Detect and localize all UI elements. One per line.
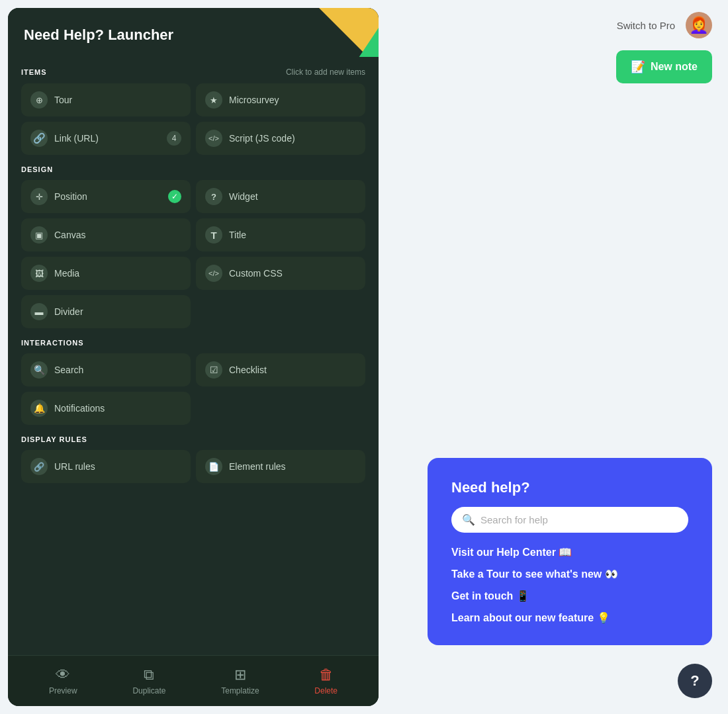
item-checklist[interactable]: ☑ Checklist xyxy=(196,353,365,386)
item-position[interactable]: ✛ Position ✓ xyxy=(21,180,191,213)
checklist-icon: ☑ xyxy=(205,361,222,379)
help-widget: Need help? 🔍 Search for help Visit our H… xyxy=(428,458,712,645)
design-section-title: DESIGN xyxy=(21,165,53,173)
link-badge: 4 xyxy=(167,131,181,146)
items-section-title: ITEMS xyxy=(21,68,47,76)
duplicate-label: Duplicate xyxy=(132,686,165,695)
delete-button[interactable]: 🗑 Delete xyxy=(314,666,338,695)
faq-icon: ? xyxy=(690,672,699,690)
items-grid: ⊕ Tour ★ Microsurvey 🔗 Link (URL) 4 </> … xyxy=(21,83,365,155)
item-widget[interactable]: ? Widget xyxy=(196,180,365,213)
preview-label: Preview xyxy=(49,686,77,695)
element-rules-icon: 📄 xyxy=(205,458,222,475)
css-label: Custom CSS xyxy=(229,268,283,279)
header-decoration xyxy=(319,8,379,57)
title-icon: T xyxy=(205,226,222,244)
panel-title: Need Help? Launcher xyxy=(24,26,173,43)
item-element-rules[interactable]: 📄 Element rules xyxy=(196,450,365,483)
url-rules-label: URL rules xyxy=(54,461,95,472)
element-rules-label: Element rules xyxy=(229,461,286,472)
panel-footer: 👁 Preview ⧉ Duplicate ⊞ Templatize 🗑 Del… xyxy=(8,655,379,706)
item-custom-css[interactable]: </> Custom CSS xyxy=(196,257,365,290)
main-content: 📝 New note Need help? 🔍 Search for help … xyxy=(387,50,728,714)
panel-body: ITEMS Click to add new items ⊕ Tour ★ Mi… xyxy=(8,57,379,655)
top-bar: Switch to Pro 👩‍🦰 xyxy=(387,0,728,50)
script-label: Script (JS code) xyxy=(229,133,295,144)
display-rules-header: DISPLAY RULES xyxy=(21,435,365,443)
search-icon: 🔍 xyxy=(30,361,48,379)
tour-label: Tour xyxy=(54,95,72,105)
item-url-rules[interactable]: 🔗 URL rules xyxy=(21,450,191,483)
canvas-label: Canvas xyxy=(54,230,85,240)
item-canvas[interactable]: ▣ Canvas xyxy=(21,218,191,251)
display-rules-grid: 🔗 URL rules 📄 Element rules xyxy=(21,450,365,483)
notifications-label: Notifications xyxy=(54,403,105,414)
items-section-hint: Click to add new items xyxy=(286,67,365,77)
position-icon: ✛ xyxy=(30,188,48,205)
faq-button[interactable]: ? xyxy=(678,664,712,698)
interactions-grid: 🔍 Search ☑ Checklist 🔔 Notifications xyxy=(21,353,365,425)
help-links: Visit our Help Center 📖 Take a Tour to s… xyxy=(451,546,688,624)
microsurvey-icon: ★ xyxy=(205,91,222,109)
templatize-label: Templatize xyxy=(221,686,259,695)
item-title[interactable]: T Title xyxy=(196,218,365,251)
link-label: Link (URL) xyxy=(54,133,99,144)
help-link-1[interactable]: Visit our Help Center 📖 xyxy=(451,546,688,558)
media-label: Media xyxy=(54,268,79,279)
design-section-header: DESIGN xyxy=(21,165,365,173)
divider-icon: ▬ xyxy=(30,303,48,320)
item-tour[interactable]: ⊕ Tour xyxy=(21,83,191,116)
item-notifications[interactable]: 🔔 Notifications xyxy=(21,392,191,425)
position-label: Position xyxy=(54,191,87,202)
right-panel: Switch to Pro 👩‍🦰 📝 New note Need help? … xyxy=(387,0,728,714)
css-icon: </> xyxy=(205,265,222,282)
avatar[interactable]: 👩‍🦰 xyxy=(686,12,712,38)
item-script-js[interactable]: </> Script (JS code) xyxy=(196,122,365,155)
help-widget-title: Need help? xyxy=(451,479,688,496)
switch-to-pro-button[interactable]: Switch to Pro xyxy=(617,20,675,31)
duplicate-button[interactable]: ⧉ Duplicate xyxy=(132,666,165,695)
media-icon: 🖼 xyxy=(30,265,48,282)
preview-icon: 👁 xyxy=(56,666,70,684)
new-note-button[interactable]: 📝 New note xyxy=(616,50,712,83)
item-search[interactable]: 🔍 Search xyxy=(21,353,191,386)
canvas-icon: ▣ xyxy=(30,226,48,244)
divider-label: Divider xyxy=(54,306,83,317)
preview-button[interactable]: 👁 Preview xyxy=(49,666,77,695)
title-label: Title xyxy=(229,230,246,240)
new-note-icon: 📝 xyxy=(631,60,645,74)
script-icon: </> xyxy=(205,130,222,147)
widget-label: Widget xyxy=(229,191,258,202)
duplicate-icon: ⧉ xyxy=(144,666,154,684)
search-box[interactable]: 🔍 Search for help xyxy=(451,507,688,533)
display-rules-title: DISPLAY RULES xyxy=(21,435,87,443)
position-check: ✓ xyxy=(168,190,181,203)
help-link-3[interactable]: Get in touch 📱 xyxy=(451,590,688,602)
checklist-label: Checklist xyxy=(229,365,267,375)
panel-header: Need Help? Launcher xyxy=(8,8,379,57)
delete-label: Delete xyxy=(314,686,338,695)
left-panel: Need Help? Launcher ITEMS Click to add n… xyxy=(8,8,379,706)
help-link-2[interactable]: Take a Tour to see what's new 👀 xyxy=(451,568,688,580)
templatize-button[interactable]: ⊞ Templatize xyxy=(221,666,259,695)
search-box-icon: 🔍 xyxy=(462,513,475,526)
interactions-section-header: INTERACTIONS xyxy=(21,339,365,347)
search-label: Search xyxy=(54,365,83,375)
interactions-section-title: INTERACTIONS xyxy=(21,339,84,347)
item-link-url[interactable]: 🔗 Link (URL) 4 xyxy=(21,122,191,155)
avatar-image: 👩‍🦰 xyxy=(689,16,709,34)
tour-icon: ⊕ xyxy=(30,91,48,109)
items-section-header: ITEMS Click to add new items xyxy=(21,67,365,77)
url-rules-icon: 🔗 xyxy=(30,458,48,475)
templatize-icon: ⊞ xyxy=(234,666,246,684)
item-media[interactable]: 🖼 Media xyxy=(21,257,191,290)
item-microsurvey[interactable]: ★ Microsurvey xyxy=(196,83,365,116)
design-grid: ✛ Position ✓ ? Widget ▣ Canvas T Title 🖼… xyxy=(21,180,365,328)
notifications-icon: 🔔 xyxy=(30,400,48,417)
microsurvey-label: Microsurvey xyxy=(229,95,279,105)
new-note-label: New note xyxy=(651,61,698,73)
switch-pro-label: Switch to Pro xyxy=(617,20,675,31)
delete-icon: 🗑 xyxy=(319,666,334,684)
help-link-4[interactable]: Learn about our new feature 💡 xyxy=(451,611,688,624)
item-divider[interactable]: ▬ Divider xyxy=(21,295,191,328)
